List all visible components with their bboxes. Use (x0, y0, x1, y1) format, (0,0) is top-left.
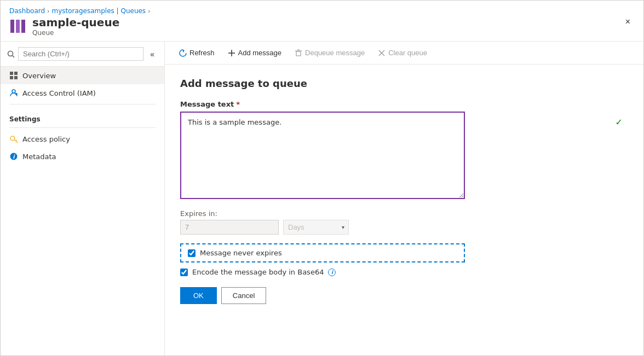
trash-icon (295, 49, 302, 57)
sidebar-item-access-policy[interactable]: Access policy (1, 130, 164, 148)
sidebar-item-metadata[interactable]: i Metadata (1, 148, 164, 165)
header: Dashboard › mystoragesamples | Queues › … (1, 1, 643, 42)
search-input[interactable] (18, 47, 143, 61)
settings-section-label: Settings (1, 107, 164, 125)
overview-icon (9, 71, 18, 80)
refresh-button[interactable]: Refresh (174, 46, 220, 60)
svg-rect-6 (14, 72, 18, 75)
refresh-icon (179, 49, 187, 57)
action-buttons: OK Cancel (180, 287, 628, 304)
info-circle-icon: i (9, 152, 18, 161)
key-icon (9, 135, 18, 143)
add-icon (228, 49, 235, 57)
iam-icon (9, 89, 18, 97)
title-section: sample-queue Queue (9, 16, 621, 37)
sidebar-item-access-policy-label: Access policy (22, 135, 70, 143)
sidebar-item-iam[interactable]: Access Control (IAM) (1, 84, 164, 102)
toolbar: Refresh Add message Dequeue message (165, 42, 643, 65)
page-subtitle: Queue (32, 29, 119, 37)
sidebar-item-metadata-label: Metadata (22, 153, 56, 161)
svg-line-14 (16, 140, 17, 141)
add-message-panel: Add message to queue Message text * This… (165, 65, 643, 355)
breadcrumb-queues[interactable]: mystoragesamples | Queues (52, 7, 146, 15)
main-content: Refresh Add message Dequeue message (165, 42, 643, 355)
clear-queue-button[interactable]: Clear queue (372, 46, 433, 60)
message-textarea[interactable]: This is a sample message. (180, 112, 465, 199)
add-message-button[interactable]: Add message (222, 46, 288, 60)
sidebar: « Overview Access Control (IAM (1, 42, 165, 355)
valid-checkmark-icon: ✓ (616, 117, 623, 127)
message-text-group: Message text * This is a sample message.… (180, 100, 628, 201)
svg-marker-17 (183, 49, 185, 52)
message-textarea-wrapper: This is a sample message. ✓ (180, 112, 628, 201)
add-message-label: Add message (238, 49, 282, 57)
breadcrumb: Dashboard › mystoragesamples | Queues › (9, 7, 621, 15)
encode-checkbox-row: Encode the message body in Base64 i (180, 268, 628, 276)
svg-point-9 (12, 90, 15, 93)
title-text: sample-queue Queue (32, 16, 119, 37)
message-text-label: Message text * (180, 100, 628, 108)
cancel-button[interactable]: Cancel (221, 287, 266, 304)
expires-row: Days ▾ (180, 220, 628, 235)
svg-rect-8 (14, 76, 18, 79)
panel-title: Add message to queue (180, 78, 628, 89)
settings-divider-2 (9, 127, 156, 128)
encode-base64-label: Encode the message body in Base64 (192, 268, 324, 276)
close-x-icon (378, 49, 386, 57)
sidebar-item-overview-label: Overview (22, 72, 56, 80)
search-bar: « (1, 42, 164, 67)
page-title: sample-queue (32, 16, 119, 29)
encode-base64-checkbox[interactable] (180, 269, 188, 276)
search-icon (7, 50, 15, 58)
svg-rect-7 (10, 76, 13, 79)
sidebar-item-overview[interactable]: Overview (1, 67, 164, 84)
never-expires-checkbox-row[interactable]: Message never expires (180, 243, 465, 262)
sidebar-item-iam-label: Access Control (IAM) (22, 89, 96, 97)
never-expires-checkbox[interactable] (188, 249, 196, 257)
ok-button[interactable]: OK (180, 287, 217, 304)
refresh-label: Refresh (189, 49, 215, 57)
expires-group: Expires in: Days ▾ (180, 209, 628, 235)
never-expires-label: Message never expires (200, 249, 282, 257)
close-button[interactable]: × (621, 15, 635, 29)
svg-rect-0 (10, 20, 14, 33)
svg-rect-1 (16, 20, 20, 33)
breadcrumb-dashboard[interactable]: Dashboard (9, 7, 45, 15)
encode-info-icon[interactable]: i (328, 269, 336, 276)
collapse-sidebar-button[interactable]: « (147, 49, 158, 60)
body: « Overview Access Control (IAM (1, 42, 643, 355)
expires-unit-wrapper: Days ▾ (283, 220, 349, 235)
svg-rect-2 (21, 20, 25, 33)
expires-number-input[interactable] (180, 220, 279, 235)
required-indicator: * (236, 100, 240, 108)
expires-label: Expires in: (180, 209, 628, 218)
svg-rect-20 (296, 51, 301, 56)
svg-point-3 (8, 51, 13, 56)
svg-rect-5 (10, 72, 13, 75)
settings-divider (9, 104, 156, 104)
svg-line-4 (13, 55, 15, 57)
expires-unit-select[interactable]: Days (283, 220, 349, 235)
main-window: Dashboard › mystoragesamples | Queues › … (0, 0, 644, 356)
dequeue-message-label: Dequeue message (305, 49, 365, 57)
queue-icon (9, 17, 27, 35)
dequeue-message-button[interactable]: Dequeue message (289, 46, 370, 60)
clear-queue-label: Clear queue (388, 49, 427, 57)
